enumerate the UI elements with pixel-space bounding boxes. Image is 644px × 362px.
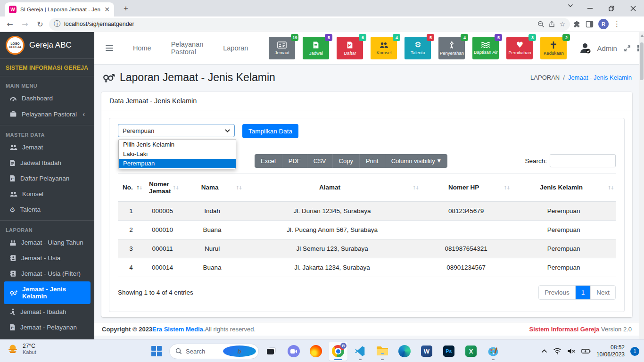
option-laki-laki[interactable]: Laki-Laki <box>119 149 236 159</box>
taskbar: 27°C Kabut Search b R <box>0 339 644 362</box>
start-button[interactable] <box>147 342 166 361</box>
era-sistem-media-link[interactable]: Era Sistem Media. <box>152 326 205 333</box>
zoom-icon[interactable] <box>537 21 545 28</box>
chevron-down-icon <box>225 129 230 132</box>
gender-select[interactable]: Perempuan Pilih Jenis Kelamin Laki-Laki … <box>118 124 235 137</box>
nav-tile-daftar[interactable]: 6 P Daftar <box>337 37 363 59</box>
chrome-button[interactable]: R <box>329 342 347 361</box>
scrollbar-thumb[interactable] <box>640 42 644 80</box>
sidebar-item-daftar-pelayanan[interactable]: P Daftar Pelayanan <box>4 171 91 186</box>
nav-tile-jadwal[interactable]: 5 Jadwal <box>303 37 329 59</box>
taskbar-clock[interactable]: 08:52 10/06/2023 <box>596 344 625 358</box>
taskbar-search[interactable]: Search b <box>169 344 259 359</box>
hamburger-icon[interactable] <box>106 45 113 51</box>
nav-link-laporan[interactable]: Laporan <box>223 44 248 52</box>
rights-text: All rights reserved. <box>205 326 256 333</box>
tampilkan-data-button[interactable]: Tampilkan Data <box>242 124 298 138</box>
gender-icon <box>9 289 17 296</box>
address-bar[interactable]: ⓘ localhost/sig/jemaatgender ☆ <box>49 18 570 31</box>
search-input[interactable] <box>550 154 616 167</box>
page-scrollbar[interactable] <box>639 32 644 339</box>
close-icon[interactable] <box>622 0 644 16</box>
nav-link-pelayanan-pastoral[interactable]: Pelayanan Pastoral <box>171 41 204 56</box>
sidebar-item-talenta[interactable]: ⚙ Talenta <box>4 202 91 217</box>
excel-button-taskbar[interactable]: X <box>462 342 480 361</box>
sidebar-brand[interactable]: LOGO GEREJA Gereja ABC <box>0 32 94 59</box>
nav-tile-komsel[interactable]: 4 Komsel <box>371 37 397 59</box>
next-page-button[interactable]: Next <box>591 286 615 299</box>
excel-button[interactable]: Excel <box>255 154 282 168</box>
sidebar-item-jemaat-usia-filter[interactable]: Jemaat - Usia (Filter) <box>4 266 91 281</box>
url-text[interactable]: localhost/sig/jemaatgender <box>64 21 534 27</box>
wifi-icon[interactable] <box>553 348 561 354</box>
sidebar-item-jemaat-usia[interactable]: Jemaat - Usia <box>4 250 91 266</box>
reload-icon[interactable]: ↻ <box>34 18 46 30</box>
restore-icon[interactable] <box>601 0 622 16</box>
scroll-up-arrow-icon[interactable] <box>640 34 644 37</box>
pdf-button[interactable]: PDF <box>282 154 307 168</box>
tray-chevron-up-icon[interactable] <box>541 349 547 353</box>
side-panel-icon[interactable] <box>586 20 594 28</box>
forward-icon[interactable]: → <box>19 18 31 30</box>
paint-button[interactable] <box>484 342 503 361</box>
csv-button[interactable]: CSV <box>307 154 333 168</box>
page-1-button[interactable]: 1 <box>576 286 591 299</box>
notification-badge[interactable]: 1 <box>630 347 639 356</box>
expand-icon[interactable] <box>624 45 631 52</box>
explorer-button[interactable] <box>373 342 392 361</box>
profile-avatar[interactable]: R <box>598 19 609 29</box>
word-button[interactable]: W <box>417 342 436 361</box>
new-tab-button[interactable]: + <box>124 4 128 12</box>
kebab-menu-icon[interactable]: ⋮ <box>613 20 620 28</box>
nav-link-home[interactable]: Home <box>133 44 151 52</box>
browser-tab[interactable]: W SI Gereja | Laporan Jemaat - Jenis ✕ <box>5 2 114 16</box>
nav-tile-jemaat[interactable]: 19 Jemaat <box>269 37 295 59</box>
minimize-icon[interactable] <box>579 0 601 16</box>
tab-search-chevron-icon[interactable] <box>568 4 573 8</box>
extensions-puzzle-icon[interactable] <box>573 20 581 28</box>
col-header-nama[interactable]: Nama↑↓ <box>181 173 244 202</box>
sidebar-item-jadwal-ibadah[interactable]: Jadwal Ibadah <box>4 155 91 171</box>
col-header-nomer-hp[interactable]: Nomer HP↑↓ <box>421 173 512 202</box>
nav-tile-talenta[interactable]: 5 ⚙ Talenta <box>405 37 431 59</box>
col-header-no[interactable]: No.↑↓ <box>118 173 144 202</box>
sidebar-item-jemaat-jenis-kelamin[interactable]: Jemaat - Jenis Kelamin <box>4 281 91 304</box>
sidebar-item-jemaat-pelayanan[interactable]: P Jemaat - Pelayanan <box>4 320 91 335</box>
battery-charging-icon[interactable] <box>581 348 591 354</box>
nav-tile-kedukaan[interactable]: 2 Kedukaan <box>540 37 567 59</box>
volume-muted-icon[interactable] <box>567 348 576 354</box>
column-visibility-button[interactable]: Column visibility ▼ <box>385 154 447 168</box>
option-perempuan[interactable]: Perempuan <box>119 159 236 168</box>
share-icon[interactable] <box>548 21 555 28</box>
col-header-jenis-kelamin[interactable]: Jenis Kelamin↑↓ <box>512 173 616 202</box>
tab-close-icon[interactable]: ✕ <box>104 6 110 13</box>
sidebar-item-jemaat[interactable]: Jemaat <box>4 140 91 155</box>
photoshop-button[interactable]: Ps <box>439 342 458 361</box>
sidebar-item-jemaat-ibadah[interactable]: Jemaat - Ibadah <box>4 304 91 320</box>
option-pilih-jenis-kelamin[interactable]: Pilih Jenis Kelamin <box>119 140 236 149</box>
nav-tile-baptisan-air[interactable]: 5 Baptisan Air <box>472 37 499 59</box>
sidebar-item-komsel[interactable]: Komsel <box>4 186 91 202</box>
site-info-icon[interactable]: ⓘ <box>54 20 60 28</box>
chat-button[interactable] <box>284 342 303 361</box>
firefox-button[interactable] <box>306 342 325 361</box>
taskbar-weather[interactable]: 27°C Kabut <box>7 343 36 355</box>
previous-page-button[interactable]: Previous <box>539 286 576 299</box>
breadcrumb-current[interactable]: Jemaat - Jenis Kelamin <box>568 74 632 81</box>
bing-icon[interactable]: b <box>223 346 256 357</box>
copy-button[interactable]: Copy <box>333 154 360 168</box>
print-button[interactable]: Print <box>360 154 385 168</box>
task-view-button[interactable] <box>262 342 281 361</box>
vscode-button[interactable] <box>351 342 370 361</box>
nav-tile-penyerahan[interactable]: 4 Penyerahan <box>438 37 465 59</box>
col-header-alamat[interactable]: Alamat↑↓ <box>244 173 421 202</box>
bookmark-star-icon[interactable]: ☆ <box>559 20 565 28</box>
user-menu[interactable]: Admin <box>579 42 617 54</box>
col-header-nomer-jemaat[interactable]: Nomer Jemaat↑↓ <box>144 173 181 202</box>
sidebar-item-dashboard[interactable]: Dashboard <box>4 90 91 106</box>
sidebar-item-pelayanan-pastoral[interactable]: Pelayanan Pastoral ‹ <box>4 106 91 122</box>
nav-tile-pernikahan[interactable]: 3 ♥ Pernikahan <box>506 37 533 59</box>
edge-button[interactable] <box>395 342 414 361</box>
sidebar-item-jemaat-ulang-tahun[interactable]: Jemaat - Ulang Tahun <box>4 235 91 250</box>
back-icon[interactable]: ← <box>4 18 16 30</box>
